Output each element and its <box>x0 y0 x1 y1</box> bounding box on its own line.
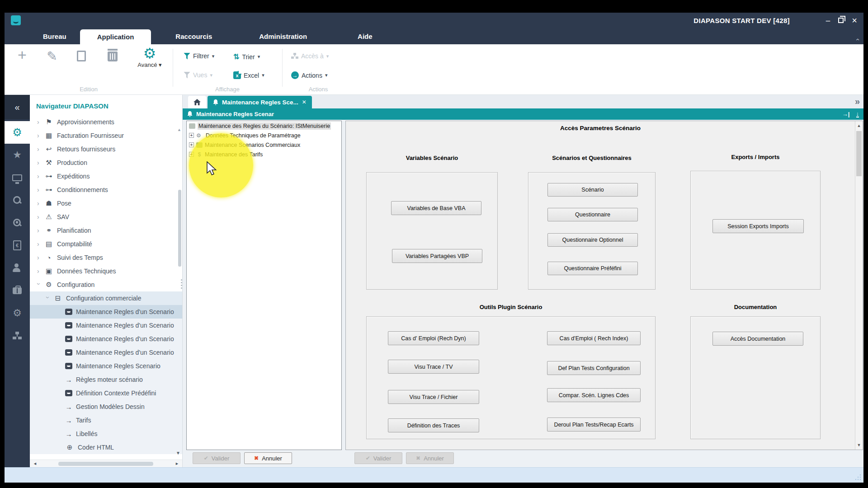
nav-scroll-down-icon[interactable]: ▼ <box>176 450 180 455</box>
nav-hscroll-thumb[interactable] <box>58 462 153 466</box>
nav-item-production[interactable]: ›⚒Production <box>30 156 182 169</box>
nav-item-regles-moteur-scenario[interactable]: →Règles moteur scénario <box>30 373 182 386</box>
tree-valider-button[interactable]: ✔Valider <box>193 452 241 464</box>
scroll-left-icon[interactable]: ◄ <box>30 461 40 466</box>
nav-vertical-scrollbar[interactable] <box>178 190 181 267</box>
cas-emploi-rech-dyn-button[interactable]: Cas d' Emploi (Rech Dyn) <box>388 331 479 345</box>
nav-item-facturation-fournisseur[interactable]: ›▦Facturation Fournisseur <box>30 129 182 142</box>
tab-close-icon[interactable]: ✕ <box>302 99 307 105</box>
nav-item-maintenance-regles-scenario-4[interactable]: Maintenance Regles d'un Scenario <box>30 346 182 359</box>
rail-orgchart-icon[interactable] <box>5 324 30 347</box>
tab-raccourcis[interactable]: Raccourcis <box>162 28 226 44</box>
expand-icon[interactable]: + <box>189 152 194 157</box>
panel-annuler-button[interactable]: ✖Annuler <box>406 452 454 464</box>
nav-item-donnees-techniques[interactable]: ›▣Données Techniques <box>30 264 182 278</box>
rail-settings-icon[interactable]: ⚙ <box>5 302 30 324</box>
home-tab[interactable] <box>188 96 206 108</box>
ribbon-collapse-icon[interactable]: › <box>853 38 861 41</box>
active-document-tab[interactable]: Maintenance Regles Sce... ✕ <box>208 96 312 108</box>
session-exports-imports-button[interactable]: Session Exports Imports <box>712 219 804 233</box>
rail-user-shield-icon[interactable] <box>5 257 30 279</box>
nav-item-sav[interactable]: ›⚠SAV <box>30 210 182 224</box>
collapse-sidebar-button[interactable]: « <box>5 95 30 119</box>
acces-a-button[interactable]: Accès à▾ <box>291 52 329 60</box>
scroll-up-icon[interactable]: ▲ <box>855 123 863 128</box>
nav-item-maintenance-regles-scenario-5[interactable]: Maintenance Regles Scenario <box>30 359 182 373</box>
scroll-right-icon[interactable]: ► <box>172 461 182 466</box>
nav-item-comptabilite[interactable]: ›▤Comptabilité <box>30 237 182 251</box>
vues-button[interactable]: Vues▾ <box>184 71 212 79</box>
trier-button[interactable]: ⇅ Trier▾ <box>233 52 260 61</box>
rail-invoice-icon[interactable]: € <box>5 234 30 257</box>
filtrer-button[interactable]: Filtrer▾ <box>184 52 214 60</box>
nav-item-conditionnements[interactable]: ›⊶Conditionnements <box>30 183 182 197</box>
excel-button[interactable]: x Excel▾ <box>233 71 264 79</box>
scroll-down-icon[interactable]: ▼ <box>855 443 863 447</box>
nav-scroll-up-icon[interactable]: ▲ <box>177 127 181 132</box>
visu-trace-tv-button[interactable]: Visu Trace / TV <box>388 360 479 374</box>
visu-trace-fichier-button[interactable]: Visu Trace / Fichier <box>388 390 479 404</box>
scenario-button[interactable]: Scénario <box>547 183 638 197</box>
deroul-plan-tests-recap-ecarts-button[interactable]: Deroul Plan Tests/Recap Ecarts <box>547 418 641 432</box>
tree-item-root[interactable]: Maintenance des Regles du Scénario: IStM… <box>187 121 341 131</box>
nav-item-coder-html[interactable]: ⊕Coder HTML <box>30 441 182 454</box>
nav-item-tarifs[interactable]: →Tarifs <box>30 413 182 427</box>
compar-scen-lignes-cdes-button[interactable]: Compar. Scén. Lignes Cdes <box>547 388 641 402</box>
tab-bureau[interactable]: Bureau <box>29 28 80 44</box>
def-plan-tests-configuration-button[interactable]: Def Plan Tests Configuration <box>547 361 641 375</box>
rail-search-icon[interactable] <box>5 189 30 211</box>
nav-item-expeditions[interactable]: ›⊶Expéditions <box>30 169 182 183</box>
add-button[interactable]: + <box>11 46 33 64</box>
nav-item-suivi-des-temps[interactable]: ›◔Suivi des Temps <box>30 251 182 264</box>
download-icon[interactable]: ↓ <box>856 111 859 117</box>
rail-gear-icon[interactable]: ⚙ <box>5 121 30 144</box>
close-button[interactable]: × <box>852 16 857 25</box>
tab-aide[interactable]: Aide <box>344 28 386 44</box>
questionnaire-optionnel-button[interactable]: Questionnaire Optionnel <box>547 233 638 247</box>
nav-item-maintenance-regles-scenario-2[interactable]: Maintenance Regles d'un Scenario <box>30 319 182 332</box>
delete-button[interactable] <box>108 52 118 61</box>
tab-overflow-icon[interactable]: » <box>855 96 859 107</box>
variables-partagees-vbp-button[interactable]: Variables Partagées VBP <box>392 249 482 263</box>
minimize-button[interactable]: – <box>826 17 830 24</box>
rail-search-pin-icon[interactable] <box>5 211 30 234</box>
edit-button[interactable]: ✎ <box>41 49 63 64</box>
actions-button[interactable]: → Actions▾ <box>291 71 327 79</box>
nav-item-retours-fournisseurs[interactable]: ›↩Retours fournisseurs <box>30 142 182 156</box>
cas-emploi-rech-index-button[interactable]: Cas d'Emploi ( Rech Index) <box>547 331 641 345</box>
variables-base-vba-button[interactable]: Variables de Base VBA <box>391 201 481 215</box>
avance-button[interactable]: ⚙ Avancé ▾ <box>132 45 167 68</box>
tree-item-maintenance-tarifs[interactable]: +$Maintenance des Tarifs <box>187 150 341 159</box>
expand-icon[interactable]: + <box>189 142 194 147</box>
tab-administration[interactable]: Administration <box>245 28 321 44</box>
nav-item-configuration[interactable]: ›⚙Configuration <box>30 278 182 291</box>
nav-item-libelles[interactable]: →Libellés <box>30 427 182 441</box>
panel-vertical-scrollbar[interactable]: ▲ ▼ <box>855 121 863 450</box>
rail-briefcase-icon[interactable] <box>5 279 30 302</box>
nav-item-planification[interactable]: ›⚭Planification <box>30 224 182 237</box>
tree-item-scenarios-commerciaux[interactable]: +Maintenance Scenarios Commerciaux <box>187 140 341 150</box>
rail-monitor-icon[interactable] <box>5 166 30 189</box>
nav-item-pose[interactable]: ›☗Pose <box>30 197 182 210</box>
nav-horizontal-scrollbar[interactable]: ◄ ► <box>30 460 182 467</box>
definition-traces-button[interactable]: Définition des Traces <box>388 418 479 432</box>
rail-favorites-icon[interactable]: ★ <box>5 144 30 166</box>
panel-valider-button[interactable]: ✔Valider <box>354 452 402 464</box>
tab-application[interactable]: Application <box>80 29 151 44</box>
jump-to-end-icon[interactable]: →| <box>842 111 850 117</box>
tree-annuler-button[interactable]: ✖Annuler <box>244 452 292 464</box>
expand-icon[interactable]: + <box>189 133 194 138</box>
restore-button[interactable] <box>838 18 844 23</box>
nav-item-gestion-modeles-dessin[interactable]: →Gestion Modèles Dessin <box>30 400 182 413</box>
questionnaire-predefini-button[interactable]: Questionnaire Préféfini <box>547 262 638 275</box>
nav-item-configuration-commerciale[interactable]: ›⊟Configuration commerciale <box>30 291 182 305</box>
tree-item-donnees-techniques[interactable]: +⚙Données Techniques de Paramétrage <box>187 131 341 140</box>
questionnaire-button[interactable]: Questionnaire <box>547 208 638 221</box>
nav-item-definition-contexte-predefini[interactable]: Définition Contexte Prédéfini <box>30 386 182 400</box>
scroll-thumb[interactable] <box>856 131 862 176</box>
nav-item-approvisionnements[interactable]: ›⚑Approvisionnements <box>30 115 182 129</box>
acces-documentation-button[interactable]: Accès Documentation <box>712 332 803 346</box>
copy-button[interactable] <box>77 51 86 61</box>
resize-grip[interactable] <box>855 474 861 480</box>
nav-item-maintenance-regles-scenario-3[interactable]: Maintenance Regles d'un Scenario <box>30 332 182 346</box>
